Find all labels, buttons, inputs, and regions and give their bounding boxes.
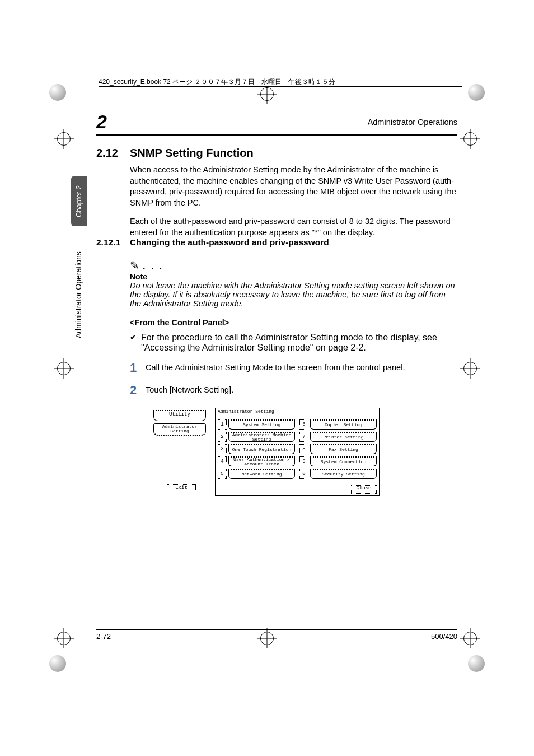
registration-mark [460, 129, 480, 149]
panel-menu-button[interactable]: Security Setting [310, 469, 377, 479]
control-panel-illustration: Utility Administrator Setting Exit Admin… [150, 408, 380, 494]
panel-menu-number: 5 [218, 469, 227, 479]
subheading-from-panel: <From the Control Panel> [130, 318, 457, 327]
check-icon: ✔ [130, 333, 138, 353]
crop-ball [468, 84, 485, 101]
subsection-title: Changing the auth-password and priv-pass… [130, 237, 329, 248]
crop-ball [468, 655, 485, 672]
registration-mark [460, 628, 480, 648]
page-number-left: 2-72 [96, 632, 111, 641]
panel-menu-button[interactable]: Copier Setting [310, 419, 377, 430]
section-title: SNMP Setting Function [130, 147, 254, 160]
side-running-title: Administrator Operations [74, 251, 83, 338]
panel-menu-number: 1 [218, 419, 227, 430]
note-icon: ✎ [130, 259, 139, 272]
panel-utility-tab[interactable]: Utility [153, 410, 206, 421]
section-number: 2.12 [96, 147, 118, 160]
panel-menu-button[interactable]: Network Setting [228, 469, 295, 479]
panel-close-button[interactable]: Close [351, 485, 377, 494]
header-rule [99, 86, 462, 87]
panel-menu-number: 7 [299, 432, 308, 442]
registration-mark [54, 358, 74, 379]
registration-mark [54, 628, 74, 648]
panel-screen-title: Administrator Setting [218, 409, 274, 414]
body-paragraph: Each of the auth-password and priv-passw… [130, 216, 457, 238]
page-number-right: 500/420 [431, 632, 457, 641]
panel-menu-button[interactable]: System Setting [228, 419, 295, 430]
panel-admin-setting-tab[interactable]: Administrator Setting [153, 423, 206, 436]
chapter-number: 2 [96, 111, 107, 133]
panel-menu-number: 3 [218, 444, 227, 454]
note-label: Note [130, 272, 457, 281]
header-underline [96, 134, 457, 136]
panel-menu-number: 6 [299, 419, 308, 430]
header-rule [99, 90, 462, 90]
step-number: 2 [130, 383, 146, 398]
step-text: Touch [Network Setting]. [146, 383, 457, 398]
chapter-tab: Chapter 2 [71, 176, 87, 226]
panel-exit-button[interactable]: Exit [167, 484, 196, 493]
panel-menu-button[interactable]: User Authentication / Account Track [228, 456, 295, 466]
note-body: Do not leave the machine with the Admini… [130, 281, 457, 308]
running-header: 420_security_E.book 72 ページ ２００７年３月７日 水曜日… [99, 77, 339, 87]
panel-menu-button[interactable]: Administrator/ Machine Setting [228, 432, 295, 442]
panel-menu-button[interactable]: System Connection [310, 456, 377, 466]
panel-menu-button[interactable]: Printer Setting [310, 432, 377, 442]
panel-menu-number: 9 [299, 456, 308, 466]
panel-menu-number: 0 [299, 469, 308, 479]
step-number: 1 [130, 361, 146, 375]
panel-menu-number: 4 [218, 456, 227, 466]
registration-mark [54, 129, 74, 149]
crop-ball [49, 655, 66, 672]
footer-rule [96, 629, 457, 630]
panel-menu-button[interactable]: One-Touch Registration [228, 444, 295, 454]
note-ellipsis: . . . [143, 262, 163, 271]
step-text: Call the Administrator Setting Mode to t… [146, 361, 457, 375]
subsection-number: 2.12.1 [96, 237, 120, 248]
page-header-title: Administrator Operations [368, 118, 457, 127]
panel-menu-number: 2 [218, 432, 227, 442]
panel-menu-number: 8 [299, 444, 308, 454]
check-note-text: For the procedure to call the Administra… [141, 333, 457, 353]
registration-mark [460, 358, 480, 379]
crop-ball [49, 84, 66, 101]
body-paragraph: When access to the Administrator Setting… [130, 165, 457, 208]
chapter-tab-label: Chapter 2 [75, 185, 83, 217]
panel-menu-button[interactable]: Fax Setting [310, 444, 377, 454]
